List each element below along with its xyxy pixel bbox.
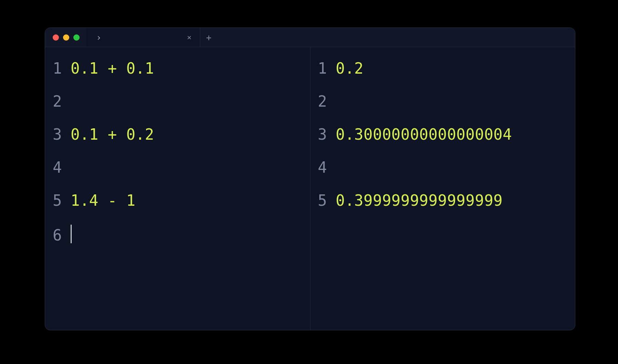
token-number: 0.1 [71,126,99,143]
code-content[interactable]: 0.1 + 0.1 [71,60,154,77]
minimize-window-button[interactable] [63,34,69,41]
tab-bar: › × + [86,28,217,47]
code-content[interactable] [71,225,72,244]
line-number: 6 [53,226,71,244]
token-operator: + [99,126,126,143]
line-number: 2 [318,93,336,110]
token-number: 0.2 [126,126,154,143]
result-line: 4 [318,159,568,192]
line-number: 1 [53,60,71,77]
result-value: 0.30000000000000004 [336,126,512,143]
line-number: 1 [318,60,336,77]
tab-title: › [96,32,102,43]
token-number: 0.1 [71,60,99,77]
line-number: 5 [318,192,336,209]
line-number: 4 [53,159,71,176]
code-line[interactable]: 6 [53,225,303,258]
plus-icon: + [206,32,212,43]
result-line: 50.3999999999999999 [318,192,568,225]
result-line: 30.30000000000000004 [318,126,568,159]
token-number: 0.1 [126,60,154,77]
token-operator: + [99,60,126,77]
editor-panes: 10.1 + 0.1230.1 + 0.2451.4 - 16 10.2230.… [45,47,575,330]
titlebar: › × + [45,28,575,47]
line-number: 3 [318,126,336,143]
close-tab-icon[interactable]: × [187,33,192,42]
line-number: 4 [318,159,336,176]
line-number: 2 [53,93,71,110]
result-line: 10.2 [318,60,568,93]
result-value: 0.3999999999999999 [336,192,503,209]
zoom-window-button[interactable] [73,34,80,41]
window-controls [45,34,86,41]
result-line: 2 [318,93,568,126]
app-window: › × + 10.1 + 0.1230.1 + 0.2451.4 - 16 10… [45,28,575,330]
tab-active[interactable]: › × [86,28,200,47]
input-pane[interactable]: 10.1 + 0.1230.1 + 0.2451.4 - 16 [45,47,310,330]
code-content[interactable]: 0.1 + 0.2 [71,126,154,143]
code-line[interactable]: 2 [53,93,303,126]
new-tab-button[interactable]: + [200,28,217,47]
token-number: 1 [126,192,136,209]
result-value: 0.2 [336,60,364,77]
text-cursor [71,225,72,243]
code-line[interactable]: 51.4 - 1 [53,192,303,225]
code-line[interactable]: 10.1 + 0.1 [53,60,303,93]
line-number: 5 [53,192,71,209]
code-content[interactable]: 1.4 - 1 [71,192,136,209]
line-number: 3 [53,126,71,143]
code-line[interactable]: 30.1 + 0.2 [53,126,303,159]
output-pane: 10.2230.30000000000000004450.39999999999… [310,47,575,330]
token-operator: - [99,192,126,209]
close-window-button[interactable] [53,34,59,41]
code-line[interactable]: 4 [53,159,303,192]
token-number: 1.4 [71,192,99,209]
